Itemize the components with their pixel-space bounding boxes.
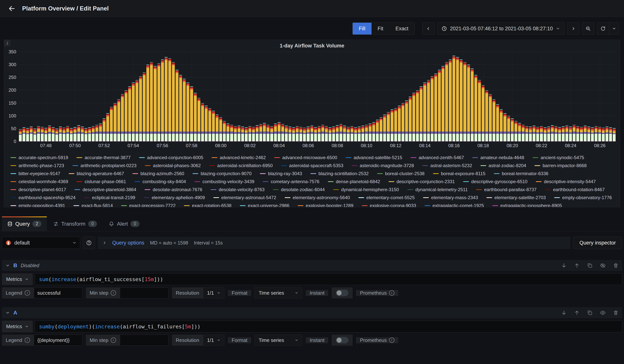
legend-input[interactable]: successful (34, 287, 82, 298)
legend-item[interactable]: accurate-spectrum-5919 (10, 154, 68, 162)
metrics-dropdown[interactable]: Metrics (2, 320, 33, 332)
legend-item[interactable]: earthbound-parallax-8737 (476, 186, 537, 194)
legend-item[interactable]: descriptive-planetoid-3864 (75, 186, 136, 194)
legend-item[interactable]: descriptive-planet-6017 (10, 186, 66, 194)
legend-item[interactable]: ancient-synodic-5475 (533, 154, 584, 162)
legend-item[interactable]: explosive-booster-1289 (298, 202, 353, 207)
legend-item[interactable]: advanced-kinetic-2462 (212, 154, 266, 162)
instant-toggle[interactable] (336, 290, 348, 296)
query-options-bar[interactable]: Query options MD = auto = 1598 Interval … (98, 237, 570, 249)
zoom-out-button[interactable] (582, 23, 594, 35)
legend-item[interactable]: desolate-astronaut-7676 (145, 186, 202, 194)
legend-item[interactable]: combusting-velocity-3439 (194, 178, 254, 186)
legend-item[interactable]: blazing-aperature-6467 (69, 170, 124, 178)
refresh-interval-dropdown[interactable] (609, 23, 619, 35)
legend-item[interactable]: dense-planetoid-6842 (328, 178, 380, 186)
resolution-select[interactable]: 1/1 (203, 287, 224, 298)
legend-item[interactable]: extragalactic-ionosphere-8905 (492, 202, 562, 207)
query-options-label[interactable]: Query options (112, 240, 144, 246)
legend-item[interactable]: descriptive-intensity-5447 (536, 178, 596, 186)
legend-item[interactable]: desolate-zodiac-6044 (273, 186, 325, 194)
legend-item[interactable]: explosive-corona-9033 (362, 202, 416, 207)
legend-input[interactable]: {{deployment}} (34, 335, 82, 346)
panel-info-corner-icon[interactable]: i (4, 40, 10, 46)
legend-item[interactable]: empty-observatory-1776 (554, 194, 612, 202)
legend-item[interactable]: boreal-exposure-8115 (433, 170, 486, 178)
promql-expression-input[interactable]: sum(increase(airflow_ti_successes[15m])) (35, 273, 622, 285)
legend-item[interactable]: desolate-velocity-8763 (211, 186, 264, 194)
legend-item[interactable]: dynamical-hemisphere-3150 (333, 186, 399, 194)
legend-item[interactable]: elementary-satellite-2703 (486, 194, 546, 202)
legend-item[interactable]: bitter-eyepiece-9147 (10, 170, 60, 178)
view-mode-fit-button[interactable]: Fit (371, 23, 390, 34)
delete-query-button[interactable] (613, 263, 619, 268)
legend-item[interactable]: exact-universe-2986 (240, 202, 289, 207)
legend-item[interactable]: astral-asterism-5232 (422, 162, 472, 170)
tab-transform[interactable]: Transform 0 (48, 216, 102, 231)
query-header[interactable]: A (2, 307, 622, 318)
legend-item[interactable]: advanced-zenith-5467 (411, 154, 464, 162)
legend-item[interactable]: exact-flux-5814 (74, 202, 113, 207)
legend-item[interactable]: asteroidal-spacecraft-5353 (281, 162, 343, 170)
move-query-down-button[interactable] (561, 310, 567, 316)
legend-item[interactable]: advanced-conjunction-6005 (139, 154, 204, 162)
eye-icon[interactable] (600, 310, 606, 316)
time-range-picker[interactable]: 2021-03-05 07:46:12 to 2021-03-05 08:27:… (437, 23, 565, 35)
legend-item[interactable]: boreal-terminator-6336 (494, 170, 548, 178)
delete-query-button[interactable] (613, 310, 619, 316)
legend-item[interactable]: asteroidal-phases-3062 (145, 162, 201, 170)
move-query-up-button[interactable] (574, 310, 580, 316)
min-step-input[interactable] (120, 335, 168, 346)
datasource-help-button[interactable] (83, 237, 95, 249)
legend-item[interactable]: elementary-astronaut-5472 (213, 194, 276, 202)
legend-item[interactable]: ecliptical-transit-2199 (84, 194, 135, 202)
view-mode-exact-button[interactable]: Exact (390, 23, 415, 34)
legend-item[interactable]: astral-zodiac-8204 (480, 162, 526, 170)
back-button[interactable] (6, 3, 17, 14)
legend-item[interactable]: elementary-astronomy-5640 (285, 194, 350, 202)
legend-item[interactable]: exact-precession-7722 (121, 202, 176, 207)
legend-item[interactable]: earthbound-rotation-8467 (545, 186, 605, 194)
legend-item[interactable]: blazing-conjunction-9070 (193, 170, 252, 178)
legend-item[interactable]: elementary-comet-5525 (358, 194, 415, 202)
refresh-button[interactable] (597, 23, 609, 35)
legend-item[interactable]: amateur-nebula-4648 (472, 154, 524, 162)
tab-query[interactable]: Query 2 (2, 216, 47, 231)
duplicate-query-button[interactable] (587, 310, 593, 316)
legend-item[interactable]: cislunar-phase-0661 (77, 178, 126, 186)
legend-item[interactable]: empty-opposition-4391 (10, 202, 65, 207)
chevron-down-icon[interactable] (5, 310, 10, 315)
move-query-down-button[interactable] (561, 263, 567, 268)
format-select[interactable]: Time series (255, 335, 302, 346)
legend-item[interactable]: combusting-sky-8404 (134, 178, 186, 186)
legend-item[interactable]: boreal-cluster-2538 (377, 170, 425, 178)
move-query-up-button[interactable] (574, 263, 580, 268)
legend-item[interactable]: arithmetic-phase-1723 (10, 162, 64, 170)
legend-item[interactable]: blazing-azimuth-2560 (132, 170, 184, 178)
query-inspector-button[interactable]: Query inspector (573, 237, 622, 249)
view-mode-fill-button[interactable]: Fill (353, 23, 371, 34)
legend-item[interactable]: earthbound-spaceship-9524 (10, 194, 76, 202)
legend-item[interactable]: accurate-thermal-3877 (77, 154, 130, 162)
time-shift-back-button[interactable] (422, 23, 435, 35)
instant-toggle[interactable] (336, 337, 348, 343)
chevron-down-icon[interactable] (5, 263, 10, 268)
legend-item[interactable]: blazing-ray-3043 (260, 170, 302, 178)
legend-item[interactable]: extragalactic-comet-1925 (425, 202, 484, 207)
legend-item[interactable]: descriptive-gyroscope-6510 (463, 178, 527, 186)
legend-item[interactable]: advanced-microwave-6500 (274, 154, 337, 162)
legend-item[interactable]: advanced-satellite-5215 (346, 154, 402, 162)
legend-item[interactable]: exact-rotation-6538 (184, 202, 232, 207)
tab-alert[interactable]: Alert 0 (104, 216, 145, 231)
legend-item[interactable]: elementary-mass-2343 (423, 194, 478, 202)
promql-expression-input[interactable]: sum by (deployment)(increase(airflow_ti_… (35, 320, 622, 332)
legend-item[interactable]: blazing-scintillation-2532 (311, 170, 369, 178)
metrics-dropdown[interactable]: Metrics (2, 273, 33, 285)
legend-item[interactable]: cometary-antenna-7576 (263, 178, 319, 186)
duplicate-query-button[interactable] (587, 263, 593, 268)
legend-item[interactable]: asteroidic-magnitude-3728 (352, 162, 414, 170)
legend-item[interactable]: barren-impactor-8668 (535, 162, 587, 170)
min-step-input[interactable] (120, 287, 168, 298)
query-header[interactable]: B Disabled (2, 260, 622, 271)
eye-off-icon[interactable] (600, 263, 606, 268)
